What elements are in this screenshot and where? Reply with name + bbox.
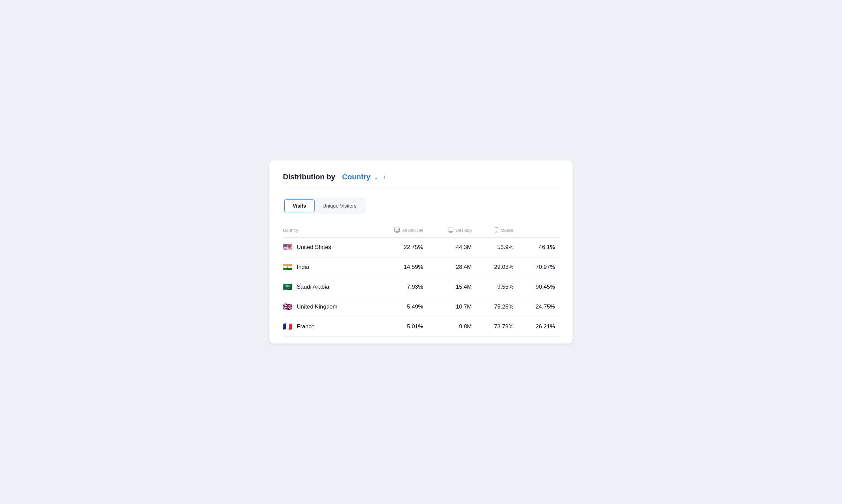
table-row: 🇫🇷 France 5.01% 9.8M 73.79% 26.21%: [283, 317, 559, 337]
all-devices-icon: [394, 227, 400, 233]
country-flag: 🇺🇸: [283, 244, 292, 251]
col-header-country: Country: [283, 224, 371, 237]
all-devices-cell: 44.3M: [427, 237, 476, 257]
svg-rect-4: [448, 228, 453, 232]
all-devices-cell: 10.7M: [427, 297, 476, 317]
table-header-row: Country All devices: [283, 224, 559, 237]
percentage-cell: 5.49%: [371, 297, 427, 317]
desktop-cell: 9.55%: [476, 277, 518, 297]
tab-unique-visitors[interactable]: Unique Visitors: [314, 199, 365, 212]
col-header-all-devices: All devices: [371, 224, 427, 237]
mobile-icon: [494, 227, 499, 233]
country-cell: 🇮🇳 India: [283, 257, 371, 277]
country-name: France: [297, 323, 314, 330]
desktop-cell: 75.25%: [476, 297, 518, 317]
country-flag: 🇫🇷: [283, 323, 292, 330]
country-cell: 🇸🇦 Saudi Arabia: [283, 277, 371, 297]
country-cell: 🇺🇸 United States: [283, 237, 371, 257]
country-flag: 🇸🇦: [283, 283, 292, 291]
country-name: India: [297, 264, 309, 270]
table-row: 🇺🇸 United States 22.75% 44.3M 53.9% 46.1…: [283, 237, 559, 257]
col-header-desktop: Desktop: [427, 224, 476, 237]
card-header: Distribution by Country ⌄ i: [283, 173, 559, 188]
desktop-cell: 53.9%: [476, 237, 518, 257]
mobile-cell: 24.75%: [518, 297, 559, 317]
title-dynamic: Country: [342, 173, 371, 181]
mobile-cell: 70.97%: [518, 257, 559, 277]
country-cell: 🇬🇧 United Kingdom: [283, 297, 371, 317]
mobile-cell: 90.45%: [518, 277, 559, 297]
svg-rect-0: [395, 228, 400, 232]
country-flag: 🇮🇳: [283, 264, 292, 271]
tab-visits[interactable]: Visits: [284, 199, 314, 212]
mobile-cell: 46.1%: [518, 237, 559, 257]
percentage-cell: 7.93%: [371, 277, 427, 297]
distribution-table: Country All devices: [283, 224, 559, 337]
col-header-mobile: Mobile: [476, 224, 518, 237]
country-flag: 🇬🇧: [283, 303, 292, 310]
country-name: United Kingdom: [297, 304, 338, 310]
desktop-cell: 73.79%: [476, 317, 518, 337]
tab-group: Visits Unique Visitors: [283, 198, 366, 214]
table-row: 🇮🇳 India 14.59% 28.4M 29.03% 70.97%: [283, 257, 559, 277]
table-row: 🇸🇦 Saudi Arabia 7.93% 15.4M 9.55% 90.45%: [283, 277, 559, 297]
country-name: United States: [297, 244, 331, 251]
desktop-icon: [448, 227, 454, 233]
country-name: Saudi Arabia: [297, 284, 329, 290]
chevron-down-icon[interactable]: ⌄: [374, 174, 378, 180]
table-row: 🇬🇧 United Kingdom 5.49% 10.7M 75.25% 24.…: [283, 297, 559, 317]
info-icon[interactable]: i: [384, 174, 385, 181]
country-cell: 🇫🇷 France: [283, 317, 371, 337]
all-devices-cell: 15.4M: [427, 277, 476, 297]
distribution-card: Distribution by Country ⌄ i Visits Uniqu…: [270, 161, 572, 343]
all-devices-cell: 28.4M: [427, 257, 476, 277]
percentage-cell: 5.01%: [371, 317, 427, 337]
title-static: Distribution by: [283, 173, 335, 181]
desktop-cell: 29.03%: [476, 257, 518, 277]
svg-rect-7: [495, 228, 498, 233]
all-devices-cell: 9.8M: [427, 317, 476, 337]
mobile-cell: 26.21%: [518, 317, 559, 337]
percentage-cell: 22.75%: [371, 237, 427, 257]
percentage-cell: 14.59%: [371, 257, 427, 277]
